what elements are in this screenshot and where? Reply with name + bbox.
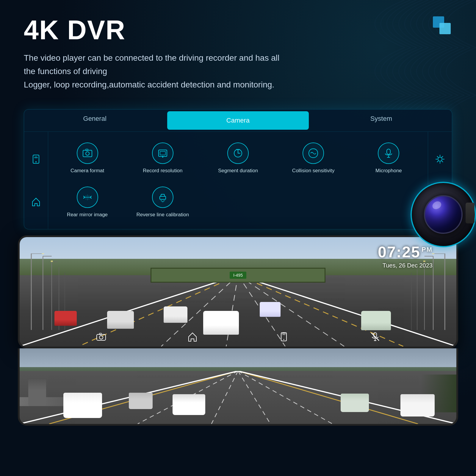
rear-road-scene — [20, 348, 456, 424]
time-display: 07:25PM — [378, 243, 433, 261]
segment-duration-icon-circle — [227, 143, 249, 164]
svg-rect-47 — [51, 261, 53, 262]
collision-sensitivity-label: Collision sensitivity — [292, 167, 335, 174]
svg-point-21 — [438, 157, 442, 161]
date-display: Tues, 26 Dec 2023 — [378, 262, 433, 269]
menu-item-reverse-calibration[interactable]: Reverse line calibration — [126, 182, 199, 223]
menu-item-segment-duration[interactable]: Segment duration — [202, 138, 274, 179]
svg-point-62 — [283, 339, 284, 340]
microphone-icon-circle — [378, 143, 399, 164]
brightness-icon[interactable] — [433, 152, 447, 167]
home-bottom-icon[interactable] — [187, 331, 198, 342]
svg-point-3 — [35, 161, 37, 162]
page-title: 4K DVR — [24, 15, 452, 46]
svg-rect-7 — [159, 150, 167, 156]
svg-line-71 — [238, 371, 332, 424]
menu-grid: Camera format Record resolution — [48, 132, 428, 229]
microphone-label: Microphone — [375, 167, 402, 174]
segment-duration-label: Segment duration — [218, 167, 258, 174]
svg-point-9 — [162, 156, 163, 158]
svg-line-28 — [442, 156, 443, 157]
record-resolution-label: Record resolution — [143, 167, 182, 174]
time-overlay: 07:25PM Tues, 26 Dec 2023 — [378, 243, 433, 269]
svg-line-17 — [161, 200, 163, 202]
settings-panel: General Camera System — [24, 109, 452, 229]
mic-mute-icon[interactable] — [370, 331, 381, 342]
phone-bottom-icon[interactable] — [278, 331, 289, 342]
tab-camera[interactable]: Camera — [167, 111, 309, 130]
svg-rect-1 — [439, 23, 451, 34]
svg-rect-12 — [387, 149, 390, 154]
camera-format-label: Camera format — [71, 167, 104, 174]
svg-point-59 — [99, 336, 103, 339]
rear-mirror-icon-circle — [77, 187, 98, 208]
svg-line-29 — [437, 161, 438, 162]
menu-item-microphone[interactable]: Microphone — [353, 138, 425, 179]
svg-line-27 — [442, 161, 443, 162]
svg-point-5 — [86, 152, 89, 155]
svg-rect-16 — [160, 196, 166, 199]
road-scene-front: I-495 07:25PM Tues, 26 Dec 2023 — [20, 237, 456, 347]
front-mirror-display: I-495 07:25PM Tues, 26 Dec 2023 — [18, 235, 458, 348]
svg-line-18 — [163, 200, 165, 202]
brand-logo — [431, 15, 452, 36]
content-wrapper: 4K DVR The video player can be connected… — [0, 0, 476, 476]
menu-item-record-resolution[interactable]: Record resolution — [126, 138, 199, 179]
panel-left-sidebar — [24, 132, 48, 229]
top-section: 4K DVR The video player can be connected… — [0, 0, 476, 100]
reverse-calibration-icon-circle — [152, 187, 173, 208]
svg-rect-8 — [160, 151, 165, 155]
home-icon[interactable] — [29, 194, 43, 209]
reverse-calibration-label: Reverse line calibration — [136, 212, 189, 218]
svg-rect-46 — [42, 253, 44, 254]
camera-format-icon-circle — [77, 143, 98, 164]
svg-rect-4 — [83, 150, 92, 157]
tab-general[interactable]: General — [24, 109, 165, 131]
phone-icon[interactable] — [29, 152, 43, 167]
svg-rect-60 — [99, 333, 101, 335]
menu-item-collision-sensitivity[interactable]: Collision sensitivity — [277, 138, 350, 179]
svg-line-26 — [437, 156, 438, 157]
rear-mirror-label: Rear mirror image — [67, 212, 108, 218]
mirror-bottom-bar — [20, 331, 456, 342]
rear-camera-display — [18, 348, 458, 426]
record-resolution-icon-circle — [152, 143, 173, 164]
collision-sensitivity-icon-circle — [303, 143, 324, 164]
svg-line-72 — [238, 371, 418, 424]
camera-bottom-icon[interactable] — [96, 331, 107, 342]
svg-rect-6 — [86, 149, 88, 151]
menu-item-camera-format[interactable]: Camera format — [51, 138, 123, 179]
tab-bar: General Camera System — [24, 109, 452, 132]
tab-system[interactable]: System — [311, 109, 452, 131]
svg-line-69 — [212, 371, 238, 424]
subtitle-text: The video player can be connected to the… — [24, 51, 292, 91]
panel-content: Camera format Record resolution — [24, 132, 452, 229]
mirror-section: I-495 07:25PM Tues, 26 Dec 2023 — [0, 235, 476, 426]
menu-item-rear-mirror[interactable]: Rear mirror image — [51, 182, 123, 223]
